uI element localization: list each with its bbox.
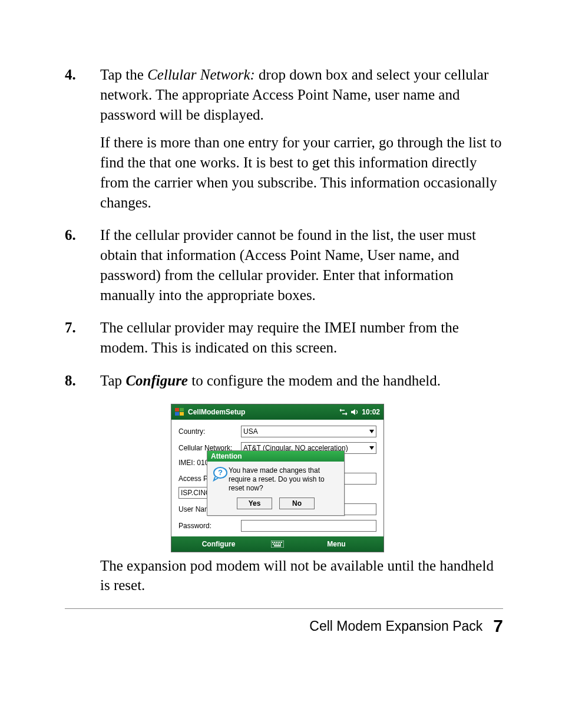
windows-flag-icon [175, 408, 184, 416]
imei-label: IMEI: 010 [178, 459, 209, 467]
step-6: 6. If the cellular provider cannot be fo… [65, 225, 503, 305]
page-number: 7 [493, 616, 503, 636]
configure-softkey[interactable]: Configure [171, 540, 266, 548]
step-8: 8. Tap Configure to configure the modem … [65, 371, 503, 391]
svg-rect-2 [175, 412, 179, 416]
yes-button[interactable]: Yes [237, 498, 272, 509]
text: Tap the [100, 67, 147, 83]
connection-icon [339, 409, 348, 416]
svg-rect-0 [175, 408, 179, 411]
step-4-paragraph-1: Tap the Cellular Network: drop down box … [100, 65, 503, 124]
svg-rect-1 [180, 408, 184, 411]
country-combobox[interactable]: USA [241, 426, 376, 437]
step-8-paragraph: Tap Configure to configure the modem and… [100, 371, 503, 391]
footer-title: Cell Modem Expansion Pack [309, 618, 482, 634]
text: to configure the modem and the handheld. [188, 373, 441, 388]
question-bubble-icon: ? [212, 466, 229, 493]
step-number: 4. [65, 65, 100, 212]
svg-rect-18 [274, 545, 281, 546]
window-titlebar: CellModemSetup 10:02 [171, 404, 384, 420]
svg-rect-8 [274, 542, 275, 543]
svg-rect-3 [180, 412, 184, 416]
password-label: Password: [178, 522, 241, 530]
svg-rect-13 [273, 543, 274, 545]
svg-rect-9 [276, 542, 277, 543]
no-button[interactable]: No [279, 498, 315, 509]
menu-softkey[interactable]: Menu [289, 540, 384, 548]
svg-text:?: ? [218, 468, 223, 477]
after-screenshot-text: The expansion pod modem will not be avai… [100, 556, 503, 596]
svg-rect-11 [279, 542, 280, 543]
device-screenshot: CellModemSetup 10:02 [171, 404, 503, 552]
speaker-icon [351, 409, 359, 416]
instruction-steps: 4. Tap the Cellular Network: drop down b… [65, 65, 503, 391]
text: Tap [100, 373, 125, 388]
step-number: 6. [65, 225, 100, 305]
chevron-down-icon [368, 430, 376, 433]
keyboard-icon[interactable] [266, 541, 289, 548]
step-4-paragraph-2: If there is more than one entry for your… [100, 133, 503, 212]
step-7-paragraph: The cellular provider may require the IM… [100, 318, 503, 358]
svg-rect-16 [278, 543, 279, 545]
step-6-paragraph: If the cellular provider cannot be found… [100, 225, 503, 305]
window-title: CellModemSetup [188, 408, 245, 416]
italic-text: Cellular Network: [147, 67, 255, 83]
dialog-message: You have made changes that require a res… [229, 466, 339, 493]
step-4: 4. Tap the Cellular Network: drop down b… [65, 65, 503, 212]
svg-rect-15 [276, 543, 277, 545]
svg-rect-14 [275, 543, 276, 545]
step-7: 7. The cellular provider may require the… [65, 318, 503, 358]
chevron-down-icon [368, 446, 376, 450]
clock-time: 10:02 [362, 408, 380, 416]
bold-italic-text: Configure [125, 373, 188, 388]
svg-rect-12 [281, 542, 282, 543]
dialog-title: Attention [207, 451, 344, 462]
country-value: USA [242, 427, 368, 436]
country-label: Country: [178, 427, 241, 436]
attention-dialog: Attention ? You have made changes that r… [207, 450, 345, 516]
password-input[interactable] [241, 520, 376, 532]
svg-rect-10 [277, 542, 279, 543]
step-number: 7. [65, 318, 100, 358]
svg-rect-17 [280, 543, 281, 545]
footer-divider [65, 608, 503, 609]
bottom-bar: Configure Menu [171, 536, 384, 552]
svg-rect-7 [272, 542, 273, 543]
country-row: Country: USA [178, 426, 376, 437]
page-footer: Cell Modem Expansion Pack 7 [65, 616, 503, 636]
step-number: 8. [65, 371, 100, 391]
password-row: Password: [178, 520, 376, 532]
